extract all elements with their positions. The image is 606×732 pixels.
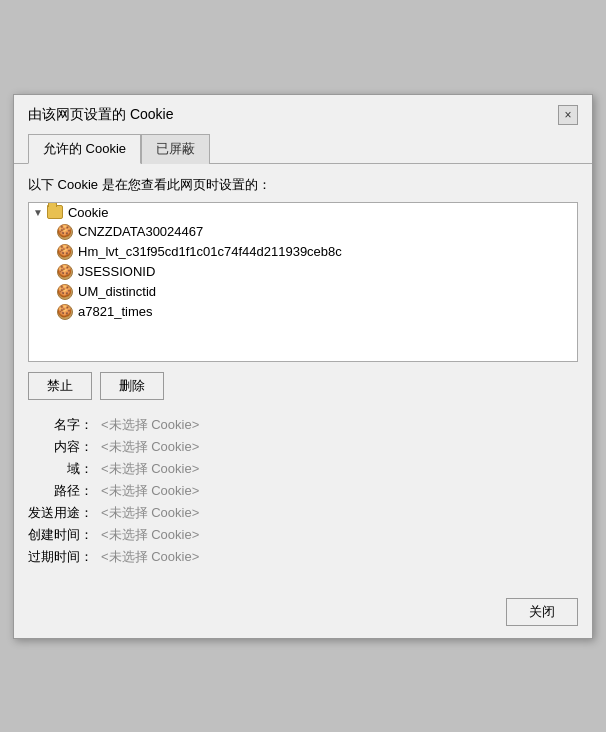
tab-blocked-cookies[interactable]: 已屏蔽 — [141, 134, 210, 164]
detail-domain-label: 域： — [28, 460, 97, 478]
list-item[interactable]: UM_distinctid — [29, 282, 577, 302]
detail-name-label: 名字： — [28, 416, 97, 434]
folder-icon — [47, 205, 63, 219]
cookie-icon — [57, 224, 73, 240]
detail-domain-value: <未选择 Cookie> — [101, 460, 578, 478]
dialog: 由该网页设置的 Cookie × 允许的 Cookie 已屏蔽 以下 Cooki… — [13, 94, 593, 639]
detail-expires-value: <未选择 Cookie> — [101, 548, 578, 566]
action-buttons: 禁止 删除 — [28, 372, 578, 400]
title-bar: 由该网页设置的 Cookie × — [14, 95, 592, 133]
delete-button[interactable]: 删除 — [100, 372, 164, 400]
tab-bar: 允许的 Cookie 已屏蔽 — [14, 133, 592, 164]
detail-created-label: 创建时间： — [28, 526, 97, 544]
detail-content-label: 内容： — [28, 438, 97, 456]
dialog-title: 由该网页设置的 Cookie — [28, 106, 173, 124]
detail-senduse-label: 发送用途： — [28, 504, 97, 522]
detail-name-value: <未选择 Cookie> — [101, 416, 578, 434]
cookie-icon — [57, 244, 73, 260]
detail-created-value: <未选择 Cookie> — [101, 526, 578, 544]
cookie-item-label: UM_distinctid — [78, 284, 156, 299]
list-item[interactable]: a7821_times — [29, 302, 577, 322]
cookie-item-label: JSESSIONID — [78, 264, 155, 279]
cookie-icon — [57, 264, 73, 280]
main-content: 以下 Cookie 是在您查看此网页时设置的： ▼ Cookie CNZZDAT… — [14, 164, 592, 590]
detail-path-label: 路径： — [28, 482, 97, 500]
detail-senduse-value: <未选择 Cookie> — [101, 504, 578, 522]
tree-root-item[interactable]: ▼ Cookie — [29, 203, 577, 222]
cookie-item-label: a7821_times — [78, 304, 152, 319]
cookie-icon — [57, 284, 73, 300]
detail-content-value: <未选择 Cookie> — [101, 438, 578, 456]
list-item[interactable]: JSESSIONID — [29, 262, 577, 282]
list-item[interactable]: CNZZDATA30024467 — [29, 222, 577, 242]
description-text: 以下 Cookie 是在您查看此网页时设置的： — [28, 176, 578, 194]
cookie-item-label: Hm_lvt_c31f95cd1f1c01c74f44d211939ceb8c — [78, 244, 342, 259]
window-close-button[interactable]: × — [558, 105, 578, 125]
detail-path-value: <未选择 Cookie> — [101, 482, 578, 500]
cookie-details: 名字： <未选择 Cookie> 内容： <未选择 Cookie> 域： <未选… — [28, 416, 578, 566]
tab-allowed-cookies[interactable]: 允许的 Cookie — [28, 134, 141, 164]
list-item[interactable]: Hm_lvt_c31f95cd1f1c01c74f44d211939ceb8c — [29, 242, 577, 262]
cookie-tree[interactable]: ▼ Cookie CNZZDATA30024467 Hm_lvt_c31f95c… — [28, 202, 578, 362]
tree-arrow: ▼ — [33, 207, 43, 218]
detail-expires-label: 过期时间： — [28, 548, 97, 566]
cookie-icon — [57, 304, 73, 320]
cookie-item-label: CNZZDATA30024467 — [78, 224, 203, 239]
dialog-footer: 关闭 — [14, 590, 592, 638]
block-button[interactable]: 禁止 — [28, 372, 92, 400]
close-dialog-button[interactable]: 关闭 — [506, 598, 578, 626]
tree-root-label: Cookie — [68, 205, 108, 220]
